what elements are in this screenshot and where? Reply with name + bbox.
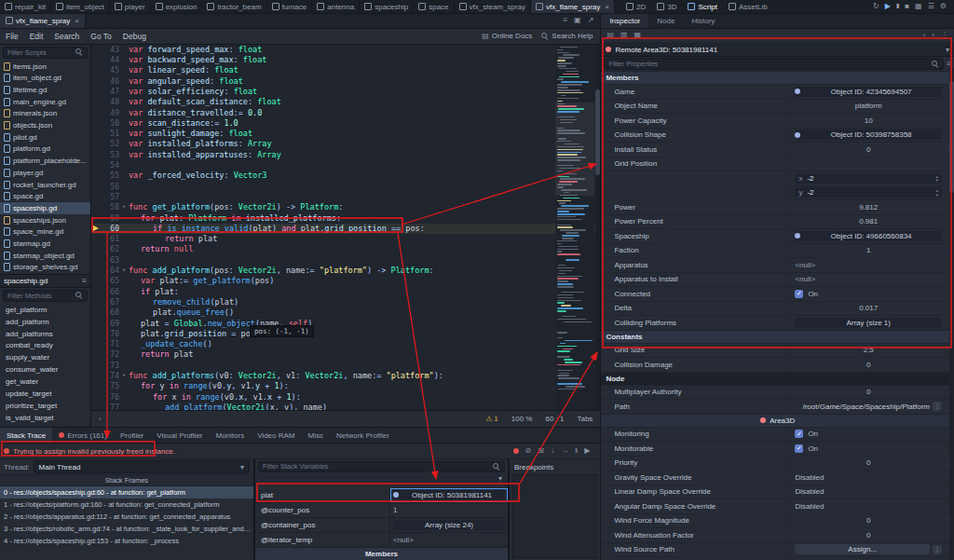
stack-frame-row[interactable]: 3 - res://objects/robotic_arm.gd:74 - at… — [0, 523, 253, 535]
copy-error-icon[interactable]: ⊞ — [538, 447, 544, 455]
close-icon[interactable]: × — [75, 17, 79, 25]
line-number[interactable]: 66 — [102, 287, 119, 297]
scene-tab[interactable]: spaceship — [360, 0, 414, 13]
continue-icon[interactable]: ▶ — [584, 447, 590, 455]
breakpoint-gutter[interactable] — [91, 55, 102, 65]
workspace-3d[interactable]: 3D — [651, 0, 682, 13]
object-menu-icon[interactable]: ⋮ — [941, 32, 948, 39]
breakpoint-gutter[interactable] — [91, 65, 102, 75]
method-list-item[interactable]: combat_ready — [0, 339, 90, 351]
remote-object-header[interactable]: Remote Area3D: 50381981141 ▾ — [601, 43, 954, 57]
method-list-item[interactable]: consume_water — [0, 363, 90, 376]
line-number[interactable]: 51 — [102, 129, 119, 139]
line-number[interactable]: 62 — [102, 244, 119, 254]
script-list-item[interactable]: space_mine.gd — [0, 225, 90, 238]
variable-value[interactable]: Array (size 24) — [390, 518, 508, 532]
menu-file[interactable]: File — [0, 32, 24, 41]
spin-down-icon[interactable]: ▾ — [935, 193, 938, 198]
checkbox[interactable]: ✓ — [795, 430, 803, 438]
method-list-item[interactable]: prioritize_target — [0, 400, 90, 412]
line-number[interactable]: 46 — [102, 76, 119, 87]
step-over-icon[interactable]: → — [561, 447, 568, 455]
script-list-item[interactable]: item_object.gd — [0, 72, 90, 84]
load-resource-icon[interactable]: ▥ — [620, 32, 628, 39]
filter-methods-input[interactable]: Filter Methods — [3, 290, 88, 302]
property-value[interactable]: 0▴▾ — [790, 528, 954, 542]
script-list-item[interactable]: platform.gd — [0, 143, 90, 156]
break-icon[interactable]: ‖ — [575, 447, 578, 455]
section-header-constants[interactable]: Constants — [601, 331, 954, 344]
script-list-item[interactable]: lifetime.gd — [0, 84, 90, 96]
property-value[interactable]: 0 — [790, 358, 954, 372]
breakpoint-gutter[interactable] — [91, 213, 102, 224]
line-number[interactable]: 43 — [102, 45, 119, 55]
stack-frame-row[interactable]: 0 - res://objects/spaceship.gd:60 - at f… — [0, 486, 253, 499]
fold-arrow-icon[interactable]: ▾ — [119, 266, 129, 276]
object-value-pill[interactable]: Object ID: 50398758358 — [795, 130, 942, 140]
save-resource-icon[interactable]: ▦ — [634, 32, 642, 39]
more-options-icon[interactable]: ⋮ — [933, 545, 942, 554]
breakpoint-gutter[interactable] — [91, 339, 102, 349]
collapse-panel-icon[interactable]: ‹ — [99, 415, 102, 423]
filter-scripts-input[interactable]: Filter Scripts — [3, 47, 88, 59]
script-list-item[interactable]: spaceship.gd — [0, 202, 90, 214]
stack-frame-row[interactable]: 4 - res://objects/spaceship.gd:153 - at … — [0, 535, 253, 547]
variable-row[interactable]: @counter_pos1 — [255, 503, 508, 518]
property-value[interactable]: <null> — [790, 273, 954, 287]
object-value-pill[interactable]: Object ID: 42345694507 — [795, 87, 942, 97]
property-value[interactable]: Disabled — [790, 499, 954, 513]
script-list-item[interactable]: main_engine.gd — [0, 96, 90, 108]
filter-stack-variables-input[interactable]: Filter Stack Variables — [258, 461, 505, 472]
dock-tab-inspector[interactable]: Inspector — [601, 14, 648, 28]
property-value[interactable]: Disabled — [790, 485, 954, 499]
script-file-tab[interactable]: vfx_flame_spray × — [0, 14, 86, 28]
debugger-tab-visual-profiler[interactable]: Visual Profiler — [150, 428, 209, 443]
property-value[interactable]: ✓On — [790, 442, 954, 456]
property-value[interactable]: 0.981 — [790, 215, 954, 229]
property-value[interactable]: 0▴▾ — [790, 457, 954, 471]
spin-down-icon[interactable]: ▾ — [935, 178, 938, 183]
menu-edit[interactable]: Edit — [24, 32, 49, 41]
line-number[interactable]: 45 — [102, 65, 119, 75]
line-number[interactable]: 58 — [102, 202, 119, 212]
breakpoint-gutter[interactable] — [91, 234, 102, 244]
method-list-item[interactable]: add_platforms — [0, 328, 90, 340]
line-number[interactable]: 50 — [102, 118, 119, 129]
line-number[interactable]: 59 — [102, 213, 119, 224]
scene-tab[interactable]: furnace — [267, 0, 313, 13]
stack-frame-row[interactable]: 2 - res://objects/apparatus.gd:112 - at … — [0, 511, 253, 523]
skip-breakpoints-icon[interactable]: ⊘ — [525, 447, 532, 455]
scene-tab[interactable]: tractor_beam — [202, 0, 266, 13]
breakpoint-gutter[interactable] — [91, 329, 102, 339]
line-number[interactable]: 56 — [102, 182, 119, 192]
minimap-viewport[interactable] — [555, 102, 594, 196]
assign-button[interactable]: Assign... — [795, 544, 930, 554]
breakpoint-gutter[interactable] — [91, 287, 102, 297]
menu-go-to[interactable]: Go To — [85, 32, 117, 41]
history-back-icon[interactable]: ‹ — [923, 32, 926, 39]
line-number[interactable]: 64 — [102, 266, 119, 276]
history-forward-icon[interactable]: › — [932, 32, 934, 39]
property-value[interactable]: 9.812 — [790, 200, 954, 214]
spinner-arrows-icon[interactable]: ▴▾ — [935, 174, 938, 183]
line-number[interactable]: 52 — [102, 139, 119, 149]
breakpoint-gutter[interactable] — [91, 381, 102, 391]
property-value[interactable]: Object ID: 50398758358 — [790, 129, 954, 143]
breakpoint-gutter[interactable] — [91, 403, 102, 410]
editor-settings-icon[interactable]: ⚙ — [940, 3, 947, 10]
property-value[interactable]: platform — [790, 100, 954, 114]
property-value[interactable]: ✓On — [790, 287, 954, 301]
warnings-indicator[interactable]: ⚠1 — [485, 415, 498, 423]
breakpoint-gutter[interactable] — [91, 97, 102, 107]
breakpoint-gutter[interactable] — [91, 361, 102, 371]
line-number[interactable]: 73 — [102, 361, 119, 371]
line-number[interactable]: 77 — [102, 403, 119, 410]
zoom-level[interactable]: 100 % — [511, 415, 533, 423]
scene-tab[interactable]: vfx_flame_spray× — [531, 0, 615, 13]
property-value[interactable]: Array (size 1) — [790, 316, 954, 330]
breakpoint-gutter[interactable] — [91, 108, 102, 118]
property-value[interactable]: x-2▴▾ — [790, 171, 954, 185]
variables-members-section[interactable]: Members — [255, 548, 508, 560]
variable-row[interactable]: @iterator_temp<null> — [255, 533, 508, 548]
breakpoint-gutter[interactable] — [91, 182, 102, 192]
